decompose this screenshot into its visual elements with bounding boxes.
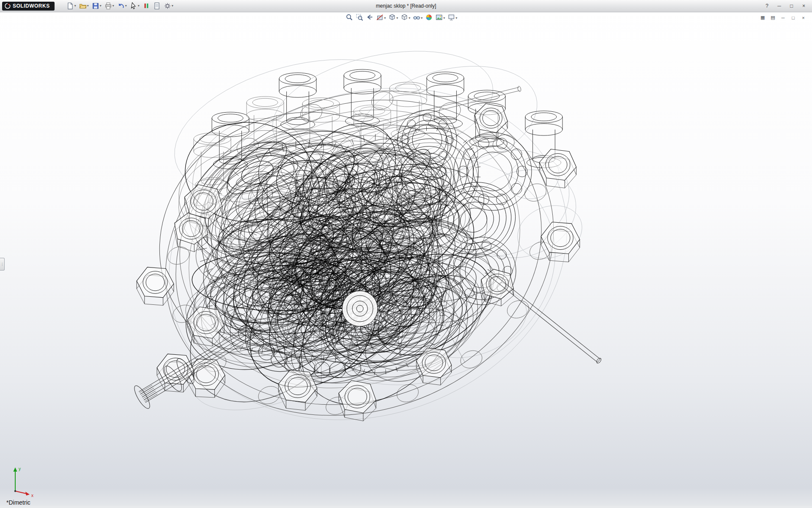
dropdown-caret-icon[interactable]: ▾ (396, 17, 398, 20)
previous-view-icon (366, 14, 373, 23)
close-icon: × (802, 15, 804, 20)
minimize-icon: ─ (782, 15, 785, 20)
minimize-button[interactable]: ─ (774, 2, 785, 10)
restore-icon: □ (792, 15, 795, 20)
solidworks-brand: SOLIDWORKS (2, 2, 55, 11)
file-properties-button[interactable] (152, 1, 162, 11)
section-view-button[interactable]: ▾ (375, 13, 387, 23)
open-icon (79, 2, 87, 10)
view-orientation-button[interactable]: ▾ (387, 13, 399, 23)
zoom-to-fit-icon (346, 14, 353, 23)
file-properties-icon (153, 2, 161, 10)
new-document-icon (66, 2, 74, 10)
edit-appearance-button[interactable] (424, 13, 433, 23)
orientation-triad: y x (8, 464, 41, 498)
triad-x-label: x (31, 493, 33, 498)
rebuild-button[interactable] (142, 1, 151, 11)
close-icon: × (802, 3, 805, 9)
zoom-to-area-icon (356, 14, 363, 23)
dropdown-caret-icon[interactable]: ▾ (409, 17, 410, 20)
apply-scene-icon (435, 14, 443, 23)
dropdown-caret-icon[interactable]: ▾ (125, 4, 127, 8)
zoom-to-area-button[interactable] (355, 13, 364, 23)
hide-show-items-button[interactable]: ▾ (412, 13, 423, 23)
save-icon (92, 2, 99, 10)
window-titlebar: SOLIDWORKS ▾▾▾▾▾▾▾ menjac sklop * [Read-… (0, 0, 812, 12)
zoom-to-fit-button[interactable] (345, 13, 354, 23)
undo-button[interactable]: ▾ (116, 1, 128, 11)
dropdown-caret-icon[interactable]: ▾ (100, 4, 102, 8)
tile-icon: ▦ (760, 15, 765, 20)
triad-x-arrow-icon (25, 492, 30, 496)
open-button[interactable]: ▾ (78, 1, 90, 11)
status-bar (0, 506, 812, 508)
restore-button[interactable]: □ (789, 14, 798, 21)
dropdown-caret-icon[interactable]: ▾ (384, 17, 386, 20)
edit-appearance-icon (425, 14, 433, 23)
save-button[interactable]: ▾ (91, 1, 102, 11)
dropdown-caret-icon[interactable]: ▾ (138, 4, 140, 8)
tile-button[interactable]: ▦ (758, 14, 767, 21)
dropdown-caret-icon[interactable]: ▾ (74, 4, 76, 8)
dropdown-caret-icon[interactable]: ▾ (172, 4, 173, 8)
select-icon (130, 2, 137, 10)
maximize-button[interactable]: □ (786, 2, 797, 10)
options-button[interactable]: ▾ (163, 1, 174, 11)
view-settings-icon (447, 14, 455, 23)
help-button[interactable]: ? (761, 2, 773, 10)
view-orientation-icon (388, 14, 396, 23)
apply-scene-button[interactable]: ▾ (434, 13, 446, 23)
minimize-icon: ─ (777, 3, 781, 9)
maximize-icon: □ (790, 3, 793, 9)
new-document-button[interactable]: ▾ (66, 1, 77, 11)
help-icon: ? (765, 3, 768, 9)
dropdown-caret-icon[interactable]: ▾ (421, 17, 422, 20)
hide-show-items-icon (413, 14, 420, 23)
view-settings-button[interactable]: ▾ (447, 13, 458, 23)
close-button[interactable]: × (798, 2, 809, 10)
heads-up-view-toolbar: ▾▾▾▾▾▾ (345, 13, 458, 23)
close-button[interactable]: × (799, 14, 808, 21)
rebuild-icon (143, 2, 150, 10)
cascade-icon: ▤ (771, 15, 775, 20)
display-style-icon (401, 14, 408, 23)
document-window-controls: ▦▤─□× (758, 14, 808, 21)
view-orientation-label: *Dimetric (6, 499, 30, 506)
dropdown-caret-icon[interactable]: ▾ (443, 17, 445, 20)
dropdown-caret-icon[interactable]: ▾ (112, 4, 114, 8)
display-style-button[interactable]: ▾ (400, 13, 411, 23)
dropdown-caret-icon[interactable]: ▾ (455, 17, 457, 20)
section-view-icon (376, 14, 384, 23)
cascade-button[interactable]: ▤ (768, 14, 777, 21)
brand-label: SOLIDWORKS (13, 3, 50, 9)
minimize-button[interactable]: ─ (779, 14, 787, 21)
main-toolbar: ▾▾▾▾▾▾▾ (66, 1, 174, 11)
graphics-viewport[interactable] (0, 0, 812, 508)
solidworks-logo-icon (5, 3, 11, 9)
undo-icon (117, 2, 125, 10)
select-button[interactable]: ▾ (129, 1, 140, 11)
print-button[interactable]: ▾ (104, 1, 115, 11)
window-controls: ?─□× (761, 2, 809, 10)
triad-y-arrow-icon (14, 467, 17, 472)
print-icon (104, 2, 112, 10)
options-icon (164, 2, 171, 10)
feature-manager-collapse-tab[interactable]: ⋮ (0, 258, 5, 271)
dropdown-caret-icon[interactable]: ▾ (87, 4, 89, 8)
previous-view-button[interactable] (365, 13, 374, 23)
triad-y-label: y (19, 467, 21, 471)
